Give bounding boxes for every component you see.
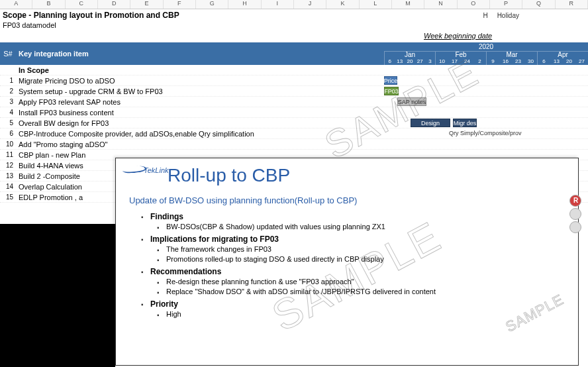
row-number: 15	[0, 193, 16, 201]
header-day: 24	[461, 58, 473, 64]
header-month: Apr6132027	[537, 52, 588, 65]
column-header-cell[interactable]: G	[196, 0, 228, 9]
sheet-title: Scope - Planning layout in Promotion and…	[3, 11, 179, 20]
column-header-cell[interactable]: D	[98, 0, 130, 9]
table-row[interactable]: 5Overall BW design for FP03DesignMigr de…	[0, 118, 588, 129]
row-text: Apply FP03 relevant SAP notes	[16, 98, 384, 106]
row-number: 2	[0, 87, 16, 95]
gantt-bar[interactable]: Migr des	[453, 119, 477, 127]
row-gantt: FP03	[384, 86, 588, 96]
column-header-cell[interactable]: E	[130, 0, 163, 9]
column-header-cell[interactable]: M	[392, 0, 424, 9]
sheet-subtitle: FP03 datamodel	[0, 21, 588, 30]
slide-bullet: The framework changes in FP03	[157, 245, 565, 253]
header-month-days: 6132027	[538, 58, 588, 64]
gantt-bar[interactable]: Design	[411, 119, 450, 127]
gantt-bar[interactable]: SAP notes	[397, 97, 426, 106]
gantt-header: S# Key integration item 2020 Jan61320273…	[0, 42, 588, 65]
table-row[interactable]: 3Apply FP03 relevant SAP notesSAP notes	[0, 97, 588, 107]
column-header-cell[interactable]: K	[326, 0, 359, 9]
table-row[interactable]: 2System setup - upgrade CRM & BW to FP03…	[0, 86, 588, 97]
slide-bullet: Re-design these planning function & use …	[157, 278, 565, 286]
row-gantt: SAP notes	[384, 97, 588, 107]
row-gantt: Price	[384, 76, 588, 85]
traffic-green-icon	[569, 221, 581, 233]
header-day: 6	[538, 58, 550, 64]
row-text: Migrate Pricing DSO to aDSO	[16, 77, 384, 85]
column-header-cell[interactable]: O	[458, 0, 490, 9]
header-day: 13	[550, 58, 563, 64]
header-key: Key integration item	[16, 42, 384, 65]
header-month: Jan61320273	[384, 52, 435, 65]
slide-section-heading: RecommendationsRe-design these planning …	[141, 267, 565, 295]
header-day: 20	[405, 58, 415, 64]
header-day: 13	[395, 58, 405, 64]
row-text: Install FP03 business content	[16, 109, 384, 117]
header-day: 3	[425, 58, 435, 64]
column-header-cell[interactable]: L	[360, 0, 392, 9]
slide-bullet: Promotions rolled-up to staging DSO & us…	[157, 255, 565, 263]
header-calendar: 2020 Jan61320273Feb1017242Mar9162330Apr6…	[384, 42, 588, 65]
slide-overlay[interactable]: TekLink Roll-up to CBP Update of BW-DSO …	[115, 158, 579, 366]
header-day: 30	[524, 58, 537, 64]
table-row[interactable]: 6CBP-Introduce Composite provider, add a…	[0, 129, 588, 139]
slide-section-heading: FindingsBW-DSOs(CBP & Shadow) updated wi…	[141, 212, 565, 231]
header-month: Mar9162330	[486, 52, 537, 65]
slide-subtitle: Update of BW-DSO using planning function…	[129, 195, 565, 205]
header-day: 6	[385, 58, 395, 64]
row-number: 13	[0, 172, 16, 180]
column-header-cell[interactable]: R	[556, 0, 588, 9]
table-row[interactable]: 1Migrate Pricing DSO to aDSOPrice	[0, 76, 588, 86]
slide-logo-text: TekLink	[144, 166, 169, 174]
row-text: Overall BW design for FP03	[16, 119, 384, 127]
holiday-key: H	[483, 12, 488, 19]
header-month: Feb1017242	[435, 52, 486, 65]
column-header-cell[interactable]: B	[32, 0, 65, 9]
column-header-cell[interactable]: A	[0, 0, 32, 9]
gantt-bar[interactable]: FP03	[384, 87, 399, 95]
row-text: System setup - upgrade CRM & BW to FP03	[16, 87, 384, 95]
column-header-cell[interactable]: H	[228, 0, 261, 9]
slide-title: Roll-up to CBP	[168, 165, 565, 186]
slide-logo: TekLink	[122, 166, 169, 174]
table-row[interactable]: 4Install FP03 business content	[0, 107, 588, 118]
header-day: 9	[487, 58, 499, 64]
row-number: 5	[0, 119, 16, 127]
row-number: 10	[0, 140, 16, 148]
slide-bullet: BW-DSOs(CBP & Shadow) updated with value…	[157, 223, 565, 231]
holiday-label: Holiday	[497, 12, 519, 19]
header-day: 27	[415, 58, 425, 64]
column-header-cell[interactable]: I	[262, 0, 294, 9]
header-day: 10	[436, 58, 448, 64]
header-month-name: Mar	[487, 52, 537, 58]
row-number: 3	[0, 98, 16, 105]
header-month-name: Jan	[385, 52, 435, 58]
row-number: 12	[0, 162, 16, 169]
column-header-cell[interactable]: P	[490, 0, 522, 9]
header-month-days: 1017242	[436, 58, 486, 64]
header-month-days: 9162330	[487, 58, 537, 64]
row-gantt: DesignMigr des	[384, 118, 588, 128]
header-sn: S#	[0, 42, 16, 65]
section-row: In Scope	[0, 65, 588, 76]
slide-section-heading: PriorityHigh	[141, 299, 565, 318]
traffic-light-icon	[568, 195, 583, 233]
column-header-cell[interactable]: Q	[522, 0, 555, 9]
column-header-cell[interactable]: F	[164, 0, 196, 9]
header-year: 2020	[384, 42, 588, 52]
column-headers: ABCDEFGHIJKLMNOPQR	[0, 0, 588, 9]
black-panel	[0, 224, 115, 367]
column-header-cell[interactable]: J	[294, 0, 326, 9]
row-gantt	[384, 107, 588, 117]
row-number: 1	[0, 77, 16, 84]
column-header-cell[interactable]: C	[66, 0, 98, 9]
header-month-days: 61320273	[385, 58, 435, 64]
row-text: Add "Promo staging aDSO"	[16, 140, 384, 148]
table-row[interactable]: 10Add "Promo staging aDSO"	[0, 139, 588, 150]
gantt-bar[interactable]: Price	[384, 76, 397, 85]
gantt-bar-label: Qry Simply/Composite/prov	[449, 130, 522, 136]
slide-bullet: High	[157, 310, 565, 318]
header-day: 17	[448, 58, 461, 64]
column-header-cell[interactable]: N	[424, 0, 457, 9]
slide-section-heading: Implications for migrating to FP03The fr…	[141, 235, 565, 263]
